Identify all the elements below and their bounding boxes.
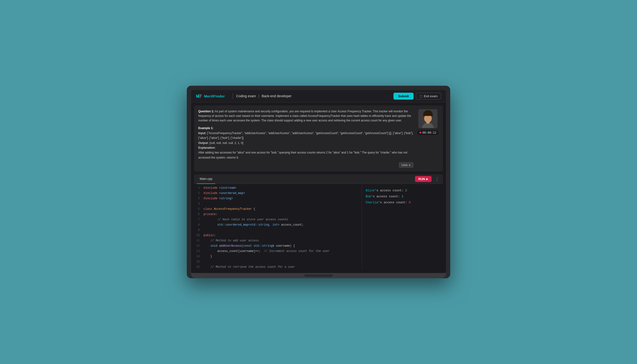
- line-number: 15: [194, 260, 204, 264]
- line-number: 7: [194, 218, 204, 221]
- plain-span: [252, 208, 254, 211]
- header-span: <string>: [219, 197, 233, 200]
- run-label: RUN: [418, 177, 425, 181]
- code-line-11: 11 // Method to add user access: [194, 238, 362, 244]
- file-tab-main-cpp[interactable]: Main.cpp: [197, 174, 215, 184]
- more-options-button[interactable]: ⋮: [434, 176, 440, 183]
- less-button[interactable]: Less ∧: [399, 162, 413, 168]
- line-content: }: [204, 254, 212, 258]
- line-number: 9: [194, 228, 204, 232]
- line-content: #include <unordered_map>: [204, 191, 245, 195]
- code-line-14: 14 }: [194, 254, 362, 260]
- laptop-notch: [304, 274, 333, 277]
- code-line-4: 4: [194, 202, 362, 207]
- keyword-span: public: [204, 234, 214, 237]
- line-number: 14: [194, 254, 204, 258]
- output-username: Bob: [366, 195, 371, 198]
- keyword-span: private: [204, 213, 216, 216]
- code-line-7: 7 // Hash table to store user access cou…: [194, 218, 362, 223]
- line-number: 10: [194, 233, 204, 237]
- laptop-container: MeritFinder Coding exam | Back-end devel…: [187, 86, 450, 278]
- explanation-label: Explanation:: [198, 146, 216, 150]
- question-body: As part of system maintenance and securi…: [198, 110, 411, 122]
- avatar-image: [418, 109, 438, 128]
- header-separator: |: [258, 94, 259, 98]
- input-row: Input: ["AccessFrequencyTracker", "addUs…: [198, 131, 413, 140]
- editor-tab-actions: RUN ▶ ⋮: [415, 176, 440, 183]
- line-content: void addUserAccess(const std::string& us…: [204, 244, 295, 248]
- code-editor[interactable]: 1#include <iostream>2#include <unordered…: [194, 184, 362, 270]
- output-username: Alice: [366, 189, 375, 192]
- editor-tabs: Main.cpp RUN ▶ ⋮: [194, 174, 443, 184]
- exit-icon: ⬚: [420, 94, 422, 98]
- question-example: Example 1: Input: ["AccessFrequencyTrack…: [198, 126, 413, 160]
- submit-button[interactable]: Submit: [394, 93, 414, 100]
- svg-rect-2: [198, 94, 199, 98]
- line-number: 11: [194, 238, 204, 242]
- output-value: [null, null, null, null, 2, 1, 0]: [210, 141, 243, 145]
- exit-button[interactable]: ⬚ Exit exam: [416, 93, 441, 100]
- comment-span: // Increment access count for the user: [264, 250, 330, 253]
- input-label: Input:: [198, 132, 206, 135]
- editor-body: 1#include <iostream>2#include <unordered…: [194, 184, 443, 270]
- code-line-2: 2#include <unordered_map>: [194, 191, 362, 196]
- output-row: Output: [null, null, null, null, 2, 1, 0…: [198, 140, 413, 145]
- question-content: Question 1: As part of system maintenanc…: [198, 109, 413, 168]
- keyword-span: class: [204, 208, 212, 211]
- line-number: 1: [194, 186, 204, 190]
- code-line-5: 5class AccessFrequencyTracker {: [194, 207, 362, 212]
- code-line-9: 9: [194, 228, 362, 233]
- punc-span: {: [254, 208, 255, 211]
- line-content: // Method to add user access: [204, 238, 259, 242]
- line-content: public:: [204, 233, 216, 237]
- code-line-1: 1#include <iostream>: [194, 186, 362, 191]
- svg-rect-6: [426, 122, 430, 124]
- output-count-zero: 0: [409, 201, 411, 204]
- app-header: MeritFinder Coding exam | Back-end devel…: [191, 90, 446, 102]
- line-content: #include <string>: [204, 196, 233, 200]
- explanation-row: Explanation:: [198, 145, 413, 150]
- explanation-text: After adding two accesses for "alice" an…: [198, 150, 413, 160]
- line-number: 5: [194, 207, 204, 211]
- output-pane: Alice's access count: 2Bob's access coun…: [362, 184, 443, 270]
- exam-role-label: Back-end developer: [262, 94, 292, 98]
- input-value: ["AccessFrequencyTracker", "addUserAcces…: [198, 132, 413, 140]
- header-actions: Submit ⬚ Exit exam: [394, 93, 441, 100]
- plain-span: access_count[username]++;: [204, 250, 264, 253]
- punc-span: :: [214, 234, 216, 237]
- question-label: Question 1:: [198, 110, 214, 113]
- output-count-positive: 1: [402, 195, 404, 198]
- keyword-span: #include: [204, 197, 218, 200]
- plain-span: }: [204, 255, 212, 258]
- line-number: 6: [194, 212, 204, 216]
- chevron-up-icon: ∧: [408, 163, 411, 167]
- exam-type-label: Coding exam: [236, 94, 256, 98]
- plain-span: (: [242, 244, 243, 248]
- output-line: Charlie's access count: 0: [366, 200, 439, 206]
- recording-dot: [420, 132, 421, 134]
- keyword-span: #include: [204, 186, 218, 190]
- header-span: <iostream>: [219, 186, 236, 190]
- exit-button-label: Exit exam: [424, 94, 438, 98]
- comment-span: // Method to add user access: [204, 239, 259, 242]
- comment-span: // Hash table to store user access count…: [204, 218, 288, 221]
- line-content: access_count[username]++; // Increment a…: [204, 249, 330, 253]
- tab-label: Main.cpp: [200, 177, 212, 180]
- logo-text: MeritFinder: [204, 94, 225, 98]
- plain-span: username) {: [276, 244, 295, 248]
- run-button[interactable]: RUN ▶: [415, 176, 432, 182]
- line-number: 12: [194, 244, 204, 248]
- output-count-positive: 2: [405, 189, 407, 192]
- timer-badge: 00:00:12: [417, 130, 439, 135]
- output-line: Alice's access count: 2: [366, 188, 439, 194]
- question-text: Question 1: As part of system maintenanc…: [198, 109, 413, 123]
- header-span: <unordered_map>: [219, 192, 245, 195]
- line-content: class AccessFrequencyTracker {: [204, 207, 255, 211]
- code-line-3: 3#include <string>: [194, 196, 362, 202]
- plain-span: [218, 186, 219, 190]
- line-number: 8: [194, 223, 204, 226]
- plain-span: access_count;: [281, 223, 304, 226]
- code-line-16: 16 // Method to retrieve the access coun…: [194, 265, 362, 270]
- avatar-frame: [418, 109, 438, 128]
- plain-span: [218, 244, 219, 248]
